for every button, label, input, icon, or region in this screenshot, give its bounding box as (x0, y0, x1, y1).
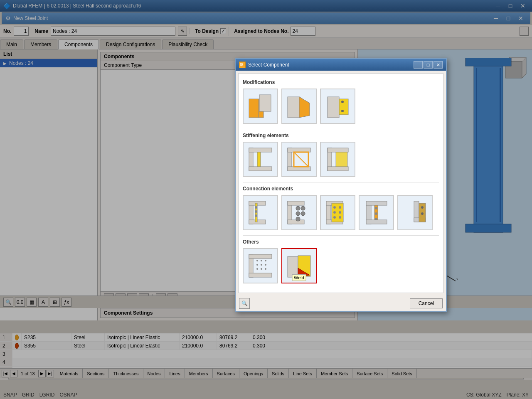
component-oth2-weld[interactable]: Weld (281, 248, 317, 283)
svg-rect-32 (328, 148, 348, 152)
svg-point-39 (255, 206, 257, 209)
component-con5[interactable] (397, 195, 433, 230)
svg-point-48 (301, 206, 305, 210)
con5-icon (401, 199, 429, 226)
svg-line-30 (294, 152, 308, 167)
svg-point-46 (296, 212, 300, 216)
svg-point-83 (265, 268, 266, 270)
component-con4[interactable] (359, 195, 394, 230)
component-oth1[interactable] (243, 248, 278, 283)
modal-titlebar: ⚙ Select Component ─ □ ✕ (236, 59, 446, 71)
svg-rect-25 (257, 152, 261, 167)
svg-rect-19 (339, 99, 348, 115)
con3-icon (324, 199, 351, 226)
cat-divider-1 (243, 129, 439, 129)
svg-point-66 (375, 218, 377, 220)
svg-point-80 (265, 264, 266, 266)
others-label: Others (243, 239, 439, 245)
svg-rect-44 (288, 220, 304, 224)
others-items: Weld (243, 248, 439, 283)
svg-point-64 (375, 207, 377, 209)
svg-point-58 (333, 216, 336, 219)
svg-point-77 (265, 260, 266, 261)
component-mod1[interactable] (243, 89, 278, 124)
svg-point-47 (296, 217, 300, 221)
component-con1[interactable] (243, 195, 278, 230)
modal-cancel-button[interactable]: Cancel (410, 298, 443, 308)
modal-minimize-button[interactable]: ─ (414, 61, 423, 69)
component-sti3[interactable] (320, 142, 355, 177)
svg-point-56 (333, 211, 336, 214)
svg-point-57 (339, 211, 341, 214)
oth1-icon (247, 252, 274, 279)
modal-controls[interactable]: ─ □ ✕ (414, 61, 443, 69)
component-mod3[interactable] (320, 89, 355, 124)
con4-icon (363, 199, 390, 226)
modal-restore-button[interactable]: □ (424, 61, 433, 69)
svg-rect-73 (249, 254, 272, 259)
connection-label: Connection elements (243, 186, 439, 192)
svg-rect-15 (288, 97, 299, 118)
sti2-icon (286, 146, 313, 173)
sti3-icon (324, 146, 351, 173)
modal-search-button[interactable]: 🔍 (239, 298, 250, 309)
modal-overlay: ⚙ Select Component ─ □ ✕ Modifications (0, 0, 532, 399)
con2-icon (286, 199, 313, 226)
svg-point-65 (375, 212, 377, 215)
svg-rect-23 (249, 148, 272, 152)
svg-point-21 (341, 110, 344, 112)
modal-close-button[interactable]: ✕ (433, 61, 443, 69)
svg-point-82 (261, 268, 262, 270)
select-component-modal: ⚙ Select Component ─ □ ✕ Modifications (235, 58, 447, 312)
component-sti2[interactable] (281, 142, 317, 177)
svg-point-71 (421, 212, 424, 215)
svg-point-40 (255, 210, 257, 213)
svg-rect-18 (328, 97, 339, 118)
cat-divider-3 (243, 235, 439, 236)
cat-divider-2 (243, 182, 439, 182)
svg-point-76 (261, 260, 262, 261)
stiffening-items (243, 142, 439, 177)
svg-rect-24 (249, 167, 272, 171)
svg-point-75 (256, 260, 258, 261)
svg-point-79 (261, 264, 262, 266)
mod3-icon (324, 93, 351, 120)
svg-rect-62 (366, 220, 387, 224)
modal-footer: 🔍 Cancel (236, 296, 446, 311)
svg-point-70 (421, 206, 424, 209)
svg-rect-43 (288, 201, 304, 205)
svg-rect-34 (336, 152, 347, 167)
mod1-icon (247, 93, 274, 120)
connection-items (243, 195, 439, 230)
svg-point-20 (341, 101, 344, 103)
svg-point-45 (296, 206, 300, 210)
component-con3[interactable] (320, 195, 355, 230)
svg-rect-33 (328, 167, 348, 171)
svg-rect-61 (366, 201, 387, 205)
weld-tooltip: Weld (292, 274, 306, 281)
modifications-items (243, 89, 439, 124)
svg-point-49 (301, 212, 305, 216)
svg-point-78 (256, 264, 258, 266)
stiffening-label: Stiffening elements (243, 133, 439, 138)
svg-rect-74 (249, 273, 272, 277)
svg-rect-13 (259, 95, 271, 111)
modal-icon: ⚙ (239, 62, 246, 68)
svg-point-54 (333, 206, 336, 209)
modal-body: Modifications (238, 73, 443, 293)
mod2-icon (286, 93, 313, 120)
component-sti1[interactable] (243, 142, 278, 177)
modifications-label: Modifications (243, 79, 439, 85)
sti1-icon (247, 146, 274, 173)
con1-icon (247, 199, 274, 226)
modal-title-left: ⚙ Select Component (239, 62, 289, 68)
modal-title: Select Component (248, 62, 289, 68)
component-con2[interactable] (281, 195, 317, 230)
svg-point-81 (256, 268, 258, 270)
component-mod2[interactable] (281, 89, 317, 124)
svg-point-55 (339, 206, 341, 209)
svg-point-41 (255, 214, 257, 217)
svg-point-59 (339, 216, 341, 219)
